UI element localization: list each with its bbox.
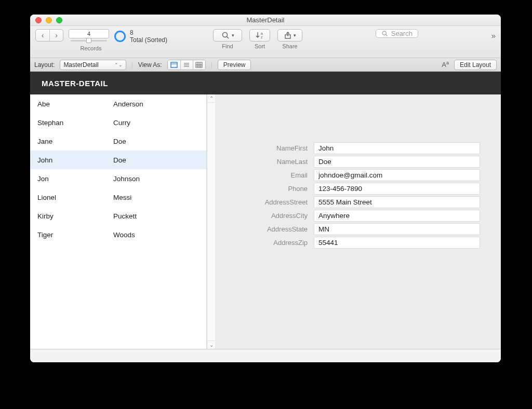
last-name-cell: Woods (113, 231, 206, 239)
form-row: Phone123-456-7890 (236, 182, 480, 195)
preview-button[interactable]: Preview (218, 60, 251, 70)
status-bar (30, 349, 501, 362)
toolbar-overflow-button[interactable]: » (491, 29, 496, 42)
last-name-cell: Johnson (113, 175, 206, 183)
last-name-cell: Doe (113, 138, 206, 145)
form-row: AddressStateMN (236, 222, 480, 236)
field-input[interactable]: johndoe@gmail.com (314, 169, 480, 181)
search-group: Search (310, 29, 484, 46)
form-view-icon (170, 62, 178, 68)
search-icon (381, 30, 388, 37)
list-item[interactable]: TigerWoods (30, 225, 206, 244)
scroll-down-button[interactable]: ⌄ (207, 340, 215, 349)
toolbar: ‹ › 4 8 Total (Sorted) Records (30, 26, 501, 58)
view-as-segmented[interactable] (167, 60, 206, 70)
last-name-cell: Curry (113, 119, 206, 127)
field-input[interactable]: Anywhere (314, 210, 480, 222)
master-list: AbeAndersonStephanCurryJaneDoeJohnDoeJon… (30, 94, 207, 349)
record-nav[interactable]: ‹ › (35, 29, 63, 42)
form-row: AddressStreet5555 Main Street (236, 195, 480, 209)
svg-rect-12 (196, 62, 202, 67)
page-header: MASTER-DETAIL (30, 72, 501, 94)
overflow-group: » (491, 29, 496, 49)
text-format-button[interactable]: Aa (442, 60, 449, 69)
search-input[interactable]: Search (376, 29, 418, 38)
master-scrollbar[interactable]: ⌃ ⌄ (207, 94, 215, 349)
field-input[interactable]: 55441 (314, 237, 480, 249)
list-item[interactable]: KirbyPuckett (30, 207, 206, 225)
record-slider[interactable] (69, 38, 109, 43)
view-list-button[interactable] (180, 60, 193, 70)
field-label: NameFirst (236, 144, 314, 152)
field-input[interactable]: 123-456-7890 (314, 183, 480, 195)
find-group: ▾ Find (213, 29, 242, 49)
first-name-cell: Jon (30, 175, 113, 183)
view-form-button[interactable] (168, 60, 180, 70)
field-label: Phone (236, 185, 314, 193)
find-button[interactable]: ▾ (213, 29, 242, 42)
last-name-cell: Doe (113, 156, 206, 164)
first-name-cell: Jane (30, 138, 113, 145)
share-button[interactable]: ▾ (277, 29, 302, 42)
list-item[interactable]: StephanCurry (30, 113, 206, 132)
svg-point-0 (222, 33, 227, 37)
field-input[interactable]: John (314, 142, 480, 154)
sort-az-icon: a z (255, 31, 264, 39)
list-item[interactable]: JohnDoe (30, 151, 206, 169)
app-window: MasterDetail ‹ › 4 8 T (30, 15, 501, 362)
scroll-up-button[interactable]: ⌃ (207, 94, 215, 103)
field-input[interactable]: Doe (314, 156, 480, 168)
list-item[interactable]: JaneDoe (30, 132, 206, 151)
viewas-label: View As: (138, 61, 162, 69)
edit-layout-button[interactable]: Edit Layout (454, 60, 497, 70)
first-name-cell: Tiger (30, 231, 113, 239)
titlebar: MasterDetail (30, 15, 501, 26)
share-group: ▾ Share (277, 29, 302, 49)
records-caption: Records (81, 45, 102, 51)
share-icon (284, 31, 291, 39)
layout-label: Layout: (34, 61, 55, 69)
first-name-cell: John (30, 156, 113, 164)
sort-button[interactable]: a z (249, 29, 270, 42)
next-record-button[interactable]: › (49, 30, 63, 41)
field-label: Email (236, 171, 314, 179)
list-item[interactable]: LionelMessi (30, 188, 206, 207)
detail-form: NameFirstJohnNameLastDoeEmailjohndoe@gma… (215, 94, 501, 349)
layout-dropdown[interactable]: MasterDetail ⌃⌄ (60, 60, 126, 70)
svg-text:z: z (261, 35, 263, 39)
list-item[interactable]: AbeAnderson (30, 94, 206, 113)
first-name-cell: Lionel (30, 194, 113, 201)
pie-progress-icon[interactable] (114, 31, 126, 42)
list-item[interactable]: JonJohnson (30, 169, 206, 188)
svg-line-6 (385, 35, 387, 36)
body: AbeAndersonStephanCurryJaneDoeJohnDoeJon… (30, 94, 501, 349)
chevron-updown-icon: ⌃⌄ (114, 62, 123, 67)
search-icon (221, 31, 230, 39)
field-input[interactable]: MN (314, 223, 480, 235)
field-label: AddressCity (236, 212, 314, 220)
last-name-cell: Anderson (113, 100, 206, 108)
form-row: NameLastDoe (236, 155, 480, 168)
field-input[interactable]: 5555 Main Street (314, 196, 480, 208)
first-name-cell: Abe (30, 100, 113, 108)
records-group: ‹ › 4 8 Total (Sorted) Records (35, 29, 167, 51)
view-table-button[interactable] (193, 60, 205, 70)
first-name-cell: Stephan (30, 119, 113, 127)
sort-group: a z Sort (249, 29, 270, 49)
prev-record-button[interactable]: ‹ (36, 30, 49, 41)
field-label: AddressStreet (236, 198, 314, 206)
table-view-icon (195, 62, 203, 68)
svg-text:a: a (261, 32, 263, 35)
field-label: AddressZip (236, 239, 314, 247)
svg-rect-7 (171, 62, 177, 67)
window-title: MasterDetail (30, 16, 501, 24)
field-label: AddressState (236, 225, 314, 233)
last-name-cell: Messi (113, 194, 206, 201)
last-name-cell: Puckett (113, 212, 206, 220)
first-name-cell: Kirby (30, 212, 113, 220)
form-row: Emailjohndoe@gmail.com (236, 168, 480, 182)
form-row: NameFirstJohn (236, 141, 480, 155)
record-number-field[interactable]: 4 (69, 29, 109, 38)
form-row: AddressZip55441 (236, 236, 480, 249)
field-label: NameLast (236, 158, 314, 166)
